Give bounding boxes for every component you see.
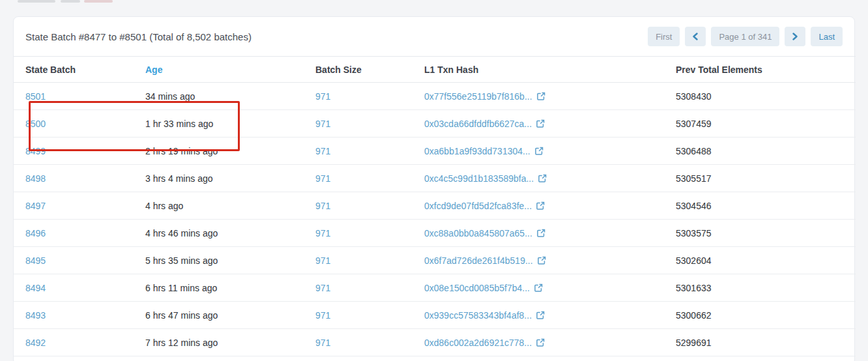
state-batch-link[interactable]: 8500: [25, 119, 46, 129]
age-cell: 4 hrs 46 mins ago: [145, 220, 315, 247]
prev-total-elements-cell: 5308430: [676, 83, 856, 110]
l1-txn-hash-text: 0xc4c5c99d1b183589bfa...: [424, 173, 534, 184]
age-cell: 3 hrs 4 mins ago: [145, 165, 315, 192]
table-row: 8497 4 hrs ago 971 0xfcd9de07fd5d2fca83f…: [14, 192, 856, 220]
prev-total-elements-cell: 5303575: [676, 220, 856, 247]
l1-txn-hash-link[interactable]: 0xd86c002a2d6921c778...: [424, 338, 545, 348]
last-page-button[interactable]: Last: [811, 27, 843, 46]
l1-txn-hash-text: 0xc88a0bb0a845807a65...: [424, 228, 532, 238]
age-cell: 4 hrs ago: [145, 192, 315, 220]
card-header: State Batch #8477 to #8501 (Total of 8,5…: [14, 17, 854, 56]
state-batches-card: State Batch #8477 to #8501 (Total of 8,5…: [13, 16, 855, 361]
l1-txn-hash-link[interactable]: 0xc88a0bb0a845807a65...: [424, 228, 545, 238]
batch-size-link[interactable]: 971: [315, 255, 330, 266]
table-row: 8500 1 hr 33 mins ago 971 0x03cda66dfddf…: [14, 110, 856, 137]
chevron-right-icon: [792, 33, 798, 40]
state-batch-link[interactable]: 8494: [25, 283, 46, 293]
previous-page-button[interactable]: [685, 27, 706, 46]
age-cell: 2 hrs 19 mins ago: [145, 137, 315, 165]
l1-txn-hash-link[interactable]: 0xa6bb1a9f93dd731304...: [424, 146, 543, 156]
prev-total-elements-cell: 5305517: [676, 165, 856, 192]
external-link-icon: [537, 92, 545, 100]
age-cell: 34 mins ago: [145, 83, 315, 110]
table-row: 8494 6 hrs 11 mins ago 971 0x08e150cd008…: [14, 274, 856, 302]
l1-txn-hash-text: 0x03cda66dfddfb6627ca...: [424, 119, 532, 129]
table-row: 8496 4 hrs 46 mins ago 971 0xc88a0bb0a84…: [14, 220, 856, 247]
batch-size-link[interactable]: 971: [315, 310, 330, 321]
state-batch-link[interactable]: 8497: [25, 201, 46, 211]
batch-size-link[interactable]: 971: [315, 338, 330, 348]
page-indicator: Page 1 of 341: [711, 27, 779, 46]
age-cell: 6 hrs 47 mins ago: [145, 302, 315, 329]
prev-total-elements-cell: 5306488: [676, 137, 856, 165]
state-batch-link[interactable]: 8493: [25, 310, 46, 321]
state-batch-link[interactable]: 8499: [25, 146, 46, 156]
prev-total-elements-cell: 5307459: [676, 110, 856, 137]
external-link-icon: [537, 229, 545, 237]
batch-size-link[interactable]: 971: [315, 201, 330, 211]
l1-txn-hash-link[interactable]: 0x939cc57583343bf4af8...: [424, 310, 545, 321]
age-cell: 6 hrs 11 mins ago: [145, 274, 315, 302]
prev-total-elements-cell: 5304546: [676, 192, 856, 220]
table-row: 8498 3 hrs 4 mins ago 971 0xc4c5c99d1b18…: [14, 165, 856, 192]
table-header-row: State Batch Age Batch Size L1 Txn Hash P…: [14, 57, 856, 83]
external-link-icon: [538, 256, 546, 265]
clipped-page-heading: [18, 0, 115, 4]
table-row: 8501 34 mins ago 971 0x77f556e25119b7f81…: [14, 83, 856, 110]
prev-total-elements-cell: 5299691: [676, 329, 856, 356]
state-batch-link[interactable]: 8492: [25, 338, 46, 348]
table-body: 8501 34 mins ago 971 0x77f556e25119b7f81…: [14, 83, 856, 356]
external-link-icon: [536, 201, 545, 210]
batch-size-link[interactable]: 971: [315, 173, 330, 184]
l1-txn-hash-link[interactable]: 0x77f556e25119b7f816b...: [424, 91, 545, 102]
external-link-icon: [534, 283, 543, 292]
l1-txn-hash-link[interactable]: 0xc4c5c99d1b183589bfa...: [424, 173, 547, 184]
prev-total-elements-cell: 5302604: [676, 247, 856, 274]
external-link-icon: [538, 174, 547, 182]
batch-size-link[interactable]: 971: [315, 228, 330, 238]
column-header-prev-total-elements: Prev Total Elements: [676, 57, 856, 83]
l1-txn-hash-text: 0xfcd9de07fd5d2fca83fe...: [424, 201, 532, 211]
batch-size-link[interactable]: 971: [315, 91, 330, 102]
column-header-state-batch: State Batch: [14, 57, 145, 83]
age-cell: 7 hrs 12 mins ago: [145, 329, 315, 356]
l1-txn-hash-link[interactable]: 0x08e150cd0085b5f7b4...: [424, 283, 543, 293]
external-link-icon: [535, 147, 543, 155]
next-page-button[interactable]: [785, 27, 805, 46]
batch-range-summary: State Batch #8477 to #8501 (Total of 8,5…: [25, 31, 252, 42]
l1-txn-hash-text: 0x77f556e25119b7f816b...: [424, 91, 532, 102]
l1-txn-hash-link[interactable]: 0x03cda66dfddfb6627ca...: [424, 119, 545, 129]
pagination: First Page 1 of 341 Last: [648, 27, 843, 46]
age-cell: 1 hr 33 mins ago: [145, 110, 315, 137]
l1-txn-hash-text: 0x08e150cd0085b5f7b4...: [424, 283, 530, 293]
column-header-l1-txn-hash: L1 Txn Hash: [424, 57, 676, 83]
state-batches-table: State Batch Age Batch Size L1 Txn Hash P…: [14, 56, 856, 356]
column-header-batch-size: Batch Size: [315, 57, 424, 83]
external-link-icon: [536, 338, 545, 347]
state-batch-link[interactable]: 8498: [25, 173, 46, 184]
batch-size-link[interactable]: 971: [315, 146, 330, 156]
l1-txn-hash-link[interactable]: 0xfcd9de07fd5d2fca83fe...: [424, 201, 545, 211]
state-batch-link[interactable]: 8501: [25, 91, 46, 102]
table-row: 8492 7 hrs 12 mins ago 971 0xd86c002a2d6…: [14, 329, 856, 356]
prev-total-elements-cell: 5300662: [676, 302, 856, 329]
column-header-age-sorted[interactable]: Age: [145, 57, 315, 83]
l1-txn-hash-text: 0xa6bb1a9f93dd731304...: [424, 146, 530, 156]
table-row: 8499 2 hrs 19 mins ago 971 0xa6bb1a9f93d…: [14, 137, 856, 165]
state-batch-link[interactable]: 8496: [25, 228, 46, 238]
l1-txn-hash-text: 0x6f7ad726de261f4b519...: [424, 255, 533, 266]
table-row: 8493 6 hrs 47 mins ago 971 0x939cc575833…: [14, 302, 856, 329]
prev-total-elements-cell: 5301633: [676, 274, 856, 302]
first-page-button[interactable]: First: [648, 27, 680, 46]
l1-txn-hash-link[interactable]: 0x6f7ad726de261f4b519...: [424, 255, 546, 266]
external-link-icon: [536, 311, 545, 319]
external-link-icon: [536, 119, 545, 128]
batch-size-link[interactable]: 971: [315, 119, 330, 129]
table-row: 8495 5 hrs 35 mins ago 971 0x6f7ad726de2…: [14, 247, 856, 274]
age-cell: 5 hrs 35 mins ago: [145, 247, 315, 274]
l1-txn-hash-text: 0x939cc57583343bf4af8...: [424, 310, 532, 321]
l1-txn-hash-text: 0xd86c002a2d6921c778...: [424, 338, 532, 348]
chevron-left-icon: [692, 33, 699, 40]
batch-size-link[interactable]: 971: [315, 283, 330, 293]
state-batch-link[interactable]: 8495: [25, 255, 46, 266]
